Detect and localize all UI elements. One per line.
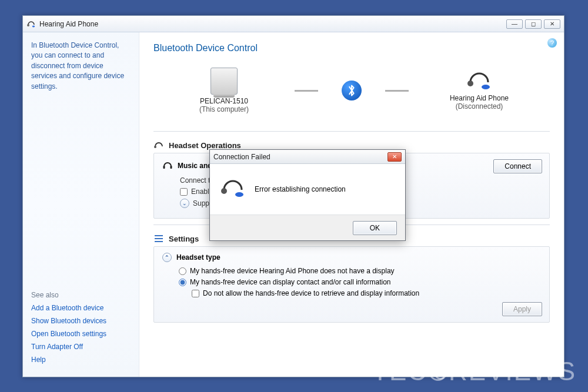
computer-sub: (This computer) [177,105,271,113]
connect-button[interactable]: Connect [493,159,542,173]
enable-speech-checkbox[interactable] [180,188,188,196]
svg-point-1 [32,25,35,27]
radio-has-display-row: My hands-free device can display contact… [179,278,541,286]
link-open-settings[interactable]: Open Bluetooth settings [31,330,131,338]
dialog-close-button[interactable]: ✕ [387,152,402,162]
svg-point-11 [235,192,243,197]
link-turn-adapter-off[interactable]: Turn Adapter Off [31,343,131,351]
watermark: TEC REVIEWS [372,357,576,386]
dialog-ok-button[interactable]: OK [353,221,397,235]
sidebar-blurb: In Bluetooth Device Control, you can con… [31,41,131,92]
device-row: PELICAN-1510 (This computer) Hearing Aid… [177,68,526,113]
sidebar: In Bluetooth Device Control, you can con… [23,32,139,377]
settings-list-icon [153,233,164,244]
apply-button[interactable]: Apply [502,302,542,316]
headset-small-icon [153,140,164,150]
dialog-headset-icon [219,178,246,201]
svg-rect-8 [155,238,163,239]
divider [153,131,550,132]
link-add-device[interactable]: Add a Bluetooth device [31,304,131,312]
connection-line-right [385,90,409,92]
headset-icon [26,19,36,29]
svg-point-0 [27,24,29,26]
radio-no-display[interactable] [179,267,186,275]
headset-device-icon [466,71,493,92]
computer-name: PELICAN-1510 [177,97,271,105]
headset-operations-label: Headset Operations [169,141,241,150]
titlebar: Hearing Aid Phone — ◻ ✕ [23,16,564,32]
svg-rect-9 [155,241,163,242]
dialog-message: Error establishing connection [255,185,346,193]
radio-no-display-row: My hands-free device Hearing Aid Phone d… [179,267,541,275]
headset-sub: (Disconnected) [432,102,526,110]
page-title: Bluetooth Device Control [153,43,550,53]
close-button[interactable]: ✕ [544,19,560,29]
maximize-button[interactable]: ◻ [525,19,542,29]
settings-panel: ⌃ Headset type My hands-free device Hear… [153,246,550,323]
check-disallow-row: Do not allow the hands-free device to re… [192,289,541,297]
chevron-up-icon[interactable]: ⌃ [162,253,172,262]
window-title: Hearing Aid Phone [39,20,98,28]
help-icon[interactable]: ? [547,38,557,48]
watermark-circle-icon [429,362,447,381]
svg-point-3 [482,85,490,89]
svg-rect-5 [163,166,165,169]
check-disallow[interactable] [192,290,199,297]
bluetooth-icon [342,81,362,100]
radio-has-display[interactable] [179,279,186,286]
computer-icon [211,68,238,95]
headset-name: Hearing Aid Phone [432,94,526,102]
svg-point-2 [467,81,473,86]
headphones-icon [162,159,173,172]
svg-point-4 [154,146,156,148]
radio-has-display-label: My hands-free device can display contact… [190,278,391,286]
svg-point-10 [221,188,227,194]
chevron-down-icon[interactable]: ⌄ [180,199,189,208]
watermark-right: REVIEWS [449,357,576,386]
connection-line-left [295,90,318,92]
device-computer: PELICAN-1510 (This computer) [177,68,271,113]
svg-rect-7 [155,235,163,236]
settings-label: Settings [169,234,199,243]
minimize-button[interactable]: — [506,19,523,29]
dialog-title: Connection Failed [213,153,270,161]
device-headset: Hearing Aid Phone (Disconnected) [432,71,526,110]
link-help[interactable]: Help [31,356,131,364]
headset-type-label: Headset type [176,253,220,262]
connection-failed-dialog: Connection Failed ✕ Error establishing c… [209,149,406,241]
radio-no-display-label: My hands-free device Hearing Aid Phone d… [190,267,395,275]
watermark-left: TEC [372,357,427,386]
dialog-titlebar: Connection Failed ✕ [210,150,405,164]
see-also-label: See also [31,291,131,299]
svg-rect-6 [171,166,172,169]
link-show-devices[interactable]: Show Bluetooth devices [31,317,131,325]
check-disallow-label: Do not allow the hands-free device to re… [203,289,419,297]
